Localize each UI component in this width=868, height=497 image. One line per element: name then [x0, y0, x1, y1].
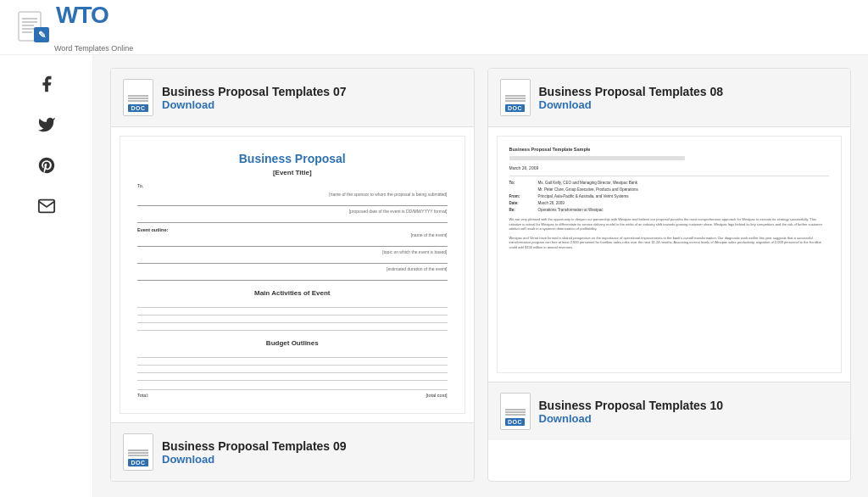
card-08-download[interactable]: Download: [539, 98, 724, 111]
card-10-badge: DOC: [505, 418, 525, 426]
doc-07-total-label: Total:: [137, 393, 148, 398]
doc-07-activities: Main Activities of Event: [137, 289, 448, 297]
card-09-footer: DOC Business Proposal Templates 09 Downl…: [111, 422, 474, 481]
doc-08-to2-row: Mr. Peter Clare, Group Executive, Produc…: [509, 187, 830, 192]
card-09-title: Business Proposal Templates 09: [162, 439, 347, 453]
doc-07-bud-line3: [137, 367, 448, 373]
doc-08-proposal-row: [509, 156, 830, 160]
card-10-doc-icon: DOC: [500, 393, 531, 430]
doc-07-act-line4: [137, 325, 448, 331]
doc-preview-07: Business Proposal [Event Title] To, [nam…: [120, 136, 465, 414]
doc-07-eline2: [137, 257, 448, 264]
doc-07-act-line2: [137, 310, 448, 316]
doc-07-bud-line2: [137, 360, 448, 366]
card-10-title: Business Proposal Templates 10: [539, 399, 724, 412]
doc-08-re-row: Re: Operations Transformation at Westpac: [509, 208, 830, 212]
card-10-download[interactable]: Download: [539, 412, 724, 425]
doc-07-budget: Budget Outlines: [137, 339, 448, 347]
doc-07-act-line1: [137, 302, 448, 308]
doc-07-to: To,: [137, 183, 448, 188]
svg-text:✎: ✎: [38, 30, 46, 40]
doc-08-memo: To: Ms. Gail Kelly, CEO and Managing Dir…: [509, 176, 830, 212]
doc-07-field1: [name of the sponsor to whom the proposa…: [137, 192, 448, 197]
card-08-doc-icon: DOC: [500, 79, 531, 116]
facebook-icon[interactable]: [35, 72, 58, 96]
doc-08-date-value: March 26, 2009: [538, 201, 830, 205]
doc-08-to-value: Ms. Gail Kelly, CEO and Managing Directo…: [538, 181, 830, 185]
doc-08-re-label: Re:: [509, 208, 535, 212]
doc-08-sample-row: Business Proposal Template Sample: [509, 147, 830, 152]
doc-07-total: Total: [total cost]: [137, 389, 448, 398]
card-08-title: Business Proposal Templates 08: [539, 85, 724, 98]
card-07: DOC Business Proposal Templates 07 Downl…: [110, 68, 475, 482]
logo-subtext: Word Templates Online: [54, 44, 133, 53]
card-08-badge: DOC: [505, 104, 525, 112]
doc-07-efield2: [topic on which the event is based]: [137, 249, 448, 254]
doc-07-subtitle: [Event Title]: [137, 169, 448, 176]
card-09-badge: DOC: [128, 459, 147, 466]
doc-08-date1: March 26, 2009: [509, 165, 830, 170]
doc-08-re-value: Operations Transformation at Westpac: [538, 208, 830, 212]
doc-08-to-label: To:: [509, 181, 535, 185]
doc-08-date-label: Date:: [509, 201, 535, 205]
card-07-doc-icon: DOC: [123, 79, 153, 116]
doc-07-bud-line1: [137, 352, 448, 358]
doc-07-efield3: [estimated duration of the event]: [137, 266, 448, 271]
card-08-info: Business Proposal Templates 08 Download: [539, 85, 724, 111]
twitter-icon[interactable]: [35, 113, 58, 137]
template-grid: DOC Business Proposal Templates 07 Downl…: [110, 68, 851, 482]
doc-08-from-value: Principal, Asia-Pacific & Australia, and…: [538, 194, 830, 198]
doc-07-field2: [proposed date of the event is DD/MM/YYY…: [137, 209, 448, 214]
card-08-header: DOC Business Proposal Templates 08 Downl…: [488, 69, 851, 127]
logo-container: ✎ WTO Word Templates Online: [17, 2, 133, 53]
card-07-preview: Business Proposal [Event Title] To, [nam…: [111, 127, 474, 422]
card-08: DOC Business Proposal Templates 08 Downl…: [487, 68, 852, 482]
card-09-doc-icon: DOC: [123, 433, 153, 471]
card-07-info: Business Proposal Templates 07 Download: [162, 85, 347, 111]
doc-07-eline1: [137, 240, 448, 247]
card-07-download[interactable]: Download: [162, 98, 347, 111]
email-icon[interactable]: [35, 194, 58, 218]
doc-08-body2: Westpac and Verint have formed a shared …: [509, 236, 830, 250]
card-10-footer: DOC Business Proposal Templates 10 Downl…: [488, 382, 851, 440]
doc-07-line2: [137, 216, 448, 223]
doc-08-to2-value: Mr. Peter Clare, Group Executive, Produc…: [538, 187, 830, 192]
doc-07-act-line3: [137, 317, 448, 323]
doc-07-eline3: [137, 274, 448, 281]
doc-08-date-row: March 26, 2009: [509, 165, 830, 170]
card-08-preview: Business Proposal Template Sample March …: [488, 127, 851, 382]
card-07-title: Business Proposal Templates 07: [162, 85, 347, 98]
doc-08-proposal-line: [509, 156, 686, 160]
logo-icon: ✎: [17, 10, 51, 44]
card-07-header: DOC Business Proposal Templates 07 Downl…: [111, 69, 474, 127]
card-09-info: Business Proposal Templates 09 Download: [162, 439, 347, 466]
main-layout: DOC Business Proposal Templates 07 Downl…: [0, 55, 868, 497]
pinterest-icon[interactable]: [35, 154, 58, 177]
doc-07-total-value: [total cost]: [426, 393, 447, 398]
doc-08-sample-title: Business Proposal Template Sample: [509, 147, 830, 152]
sidebar: [0, 55, 93, 497]
card-09-download[interactable]: Download: [162, 453, 347, 466]
content-area: DOC Business Proposal Templates 07 Downl…: [93, 55, 868, 497]
doc-preview-08: Business Proposal Template Sample March …: [497, 136, 843, 373]
logo-brand-text: WTO: [56, 2, 133, 29]
doc-07-line1: [137, 199, 448, 206]
card-07-badge: DOC: [128, 104, 147, 112]
doc-07-efield1: [name of the event]: [137, 232, 448, 237]
doc-08-from-row: From: Principal, Asia-Pacific & Australi…: [509, 194, 830, 198]
doc-08-date-row2: Date: March 26, 2009: [509, 201, 830, 205]
doc-07-bud-line4: [137, 375, 448, 381]
doc-08-from-label: From:: [509, 194, 535, 198]
doc-08-body1: We are very pleased with the opportunity…: [509, 217, 830, 232]
doc-07-main-title: Business Proposal: [137, 152, 448, 165]
card-10-info: Business Proposal Templates 10 Download: [539, 399, 724, 425]
doc-08-to-row: To: Ms. Gail Kelly, CEO and Managing Dir…: [509, 181, 830, 185]
header: ✎ WTO Word Templates Online: [0, 0, 868, 55]
